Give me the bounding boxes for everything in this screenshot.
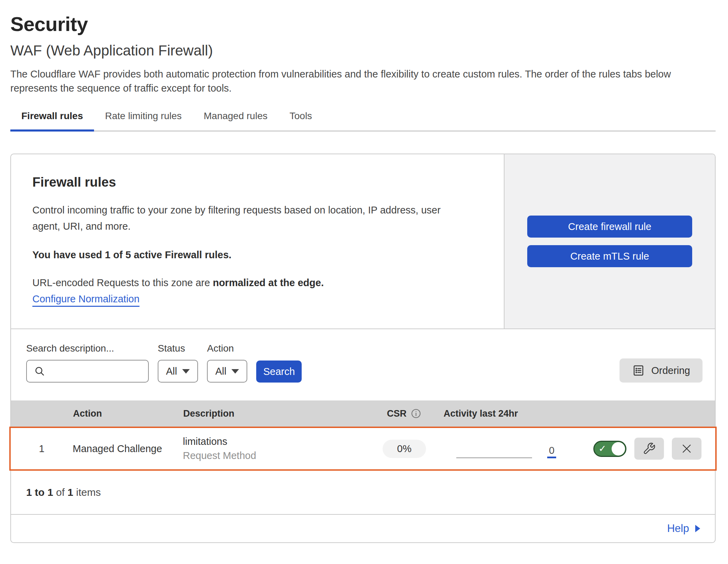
create-mtls-rule-button[interactable]: Create mTLS rule — [527, 245, 692, 267]
ordering-button[interactable]: Ordering — [620, 358, 703, 383]
firewall-rules-card: Firewall rules Control incoming traffic … — [10, 154, 716, 543]
items-of: of — [53, 487, 67, 498]
help-link[interactable]: Help — [667, 522, 701, 535]
toggle-knob — [612, 442, 625, 456]
rule-controls: ✓ — [571, 438, 715, 460]
column-header-action: Action — [73, 408, 183, 419]
items-range: 1 to 1 — [26, 487, 53, 498]
check-icon: ✓ — [599, 443, 606, 454]
rule-action: Managed Challenge — [73, 443, 183, 455]
page-title: Security — [10, 12, 716, 35]
edit-rule-button[interactable] — [634, 438, 664, 460]
search-icon — [34, 365, 45, 377]
csr-header-label: CSR — [387, 408, 406, 419]
action-select[interactable]: All — [207, 360, 247, 383]
search-label: Search description... — [26, 343, 149, 354]
help-label: Help — [667, 522, 689, 535]
card-description: Control incoming traffic to your zone by… — [32, 202, 470, 234]
column-header-activity: Activity last 24hr — [444, 408, 571, 419]
page-description: The Cloudflare WAF provides both automat… — [10, 67, 716, 95]
page-subtitle: WAF (Web Application Firewall) — [10, 42, 716, 59]
status-select[interactable]: All — [158, 360, 198, 383]
tab-tools[interactable]: Tools — [279, 111, 323, 130]
card-top-section: Firewall rules Control incoming traffic … — [11, 154, 715, 329]
tab-bar: Firewall rules Rate limiting rules Manag… — [10, 111, 716, 132]
action-selected-value: All — [215, 366, 226, 377]
items-total: 1 — [67, 487, 73, 498]
action-label: Action — [207, 343, 247, 354]
rule-activity-cell: 0 — [444, 428, 571, 469]
csr-badge: 0% — [383, 440, 426, 458]
usage-note: You have used 1 of 5 active Firewall rul… — [32, 249, 482, 261]
rule-description[interactable]: limitations — [183, 436, 365, 447]
list-icon — [632, 364, 645, 377]
tab-firewall-rules[interactable]: Firewall rules — [10, 111, 94, 130]
search-button[interactable]: Search — [256, 361, 302, 383]
card-footer: Help — [11, 515, 715, 542]
rule-enabled-toggle[interactable]: ✓ — [593, 441, 626, 457]
rule-csr-cell: 0% — [383, 440, 426, 458]
table-row: 1 Managed Challenge limitations Request … — [9, 427, 717, 471]
triangle-right-icon — [694, 524, 701, 533]
tab-rate-limiting-rules[interactable]: Rate limiting rules — [94, 111, 193, 130]
activity-sparkline — [456, 457, 532, 458]
card-info: Firewall rules Control incoming traffic … — [11, 154, 504, 328]
column-header-description: Description — [183, 408, 364, 419]
status-selected-value: All — [166, 366, 177, 377]
create-firewall-rule-button[interactable]: Create firewall rule — [527, 216, 692, 238]
chevron-down-icon — [231, 369, 239, 374]
table-header: Action Description CSR Activity last 24h… — [11, 400, 715, 427]
search-filter-group: Search description... — [26, 343, 149, 383]
normalization-bold: normalized at the edge. — [213, 277, 324, 288]
status-filter-group: Status All — [158, 343, 198, 383]
filter-bar: Search description... Status All Action — [11, 329, 715, 400]
info-icon[interactable] — [411, 408, 421, 419]
chevron-down-icon — [182, 369, 190, 374]
tab-managed-rules[interactable]: Managed rules — [193, 111, 279, 130]
normalization-text: URL-encoded Requests to this zone are — [32, 277, 213, 288]
column-header-csr: CSR — [364, 408, 444, 419]
items-summary: 1 to 1 of 1 items — [11, 471, 715, 515]
normalization-note: URL-encoded Requests to this zone are no… — [32, 277, 482, 289]
action-filter-group: Action All — [207, 343, 247, 383]
close-icon — [680, 442, 693, 455]
actions-panel: Create firewall rule Create mTLS rule — [504, 154, 715, 328]
items-label: items — [73, 487, 101, 498]
rule-priority: 1 — [39, 443, 44, 455]
activity-count-link[interactable]: 0 — [547, 445, 556, 458]
rule-description-cell: limitations Request Method — [183, 436, 365, 461]
status-label: Status — [158, 343, 198, 354]
wrench-icon — [643, 442, 656, 455]
delete-rule-button[interactable] — [672, 438, 701, 460]
rule-expression: Request Method — [183, 450, 365, 461]
ordering-button-label: Ordering — [651, 365, 690, 376]
configure-normalization-link[interactable]: Configure Normalization — [32, 293, 139, 304]
search-input[interactable] — [26, 360, 149, 383]
card-heading: Firewall rules — [32, 175, 482, 190]
security-waf-page: Security WAF (Web Application Firewall) … — [0, 0, 728, 543]
